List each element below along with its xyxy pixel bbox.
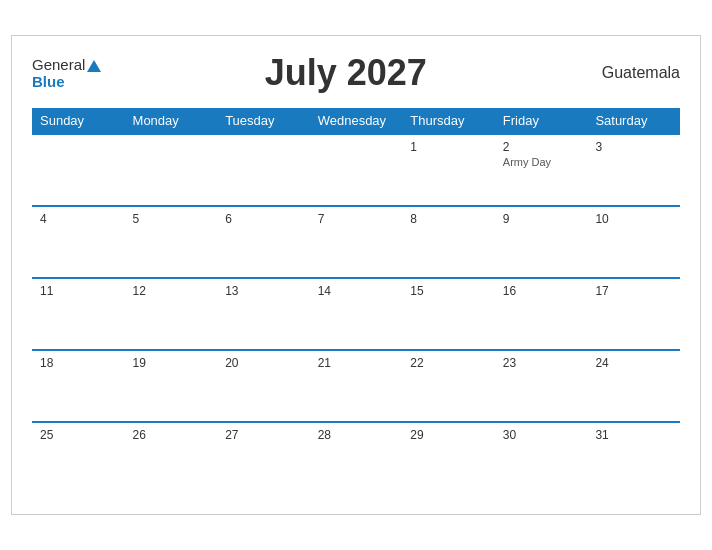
- calendar-day-cell: 23: [495, 350, 588, 422]
- calendar-day-cell: [32, 134, 125, 206]
- logo: General Blue: [32, 57, 101, 88]
- event-label: Army Day: [503, 156, 580, 168]
- calendar-day-cell: [125, 134, 218, 206]
- calendar-week-row: 11121314151617: [32, 278, 680, 350]
- calendar-day-cell: 1: [402, 134, 495, 206]
- calendar-week-row: 25262728293031: [32, 422, 680, 494]
- day-number: 29: [410, 428, 487, 442]
- calendar-day-cell: 22: [402, 350, 495, 422]
- calendar-day-cell: [217, 134, 310, 206]
- day-number: 15: [410, 284, 487, 298]
- calendar-day-cell: 7: [310, 206, 403, 278]
- calendar-table: Sunday Monday Tuesday Wednesday Thursday…: [32, 108, 680, 494]
- calendar-day-cell: 30: [495, 422, 588, 494]
- day-number: 24: [595, 356, 672, 370]
- day-number: 10: [595, 212, 672, 226]
- day-number: 23: [503, 356, 580, 370]
- calendar-week-row: 45678910: [32, 206, 680, 278]
- day-number: 11: [40, 284, 117, 298]
- calendar-day-cell: 21: [310, 350, 403, 422]
- calendar-day-cell: 19: [125, 350, 218, 422]
- day-number: 26: [133, 428, 210, 442]
- header-saturday: Saturday: [587, 108, 680, 134]
- calendar-day-cell: 4: [32, 206, 125, 278]
- header-thursday: Thursday: [402, 108, 495, 134]
- header-wednesday: Wednesday: [310, 108, 403, 134]
- day-number: 1: [410, 140, 487, 154]
- day-number: 3: [595, 140, 672, 154]
- country-label: Guatemala: [590, 64, 680, 82]
- calendar-day-cell: 26: [125, 422, 218, 494]
- day-number: 8: [410, 212, 487, 226]
- calendar-day-cell: 13: [217, 278, 310, 350]
- calendar-week-row: 12Army Day3: [32, 134, 680, 206]
- day-number: 2: [503, 140, 580, 154]
- day-number: 6: [225, 212, 302, 226]
- calendar-day-cell: 10: [587, 206, 680, 278]
- calendar-day-cell: 29: [402, 422, 495, 494]
- calendar-day-cell: 28: [310, 422, 403, 494]
- calendar-day-cell: 9: [495, 206, 588, 278]
- header-friday: Friday: [495, 108, 588, 134]
- logo-general-text: General: [32, 57, 101, 73]
- calendar-day-cell: 24: [587, 350, 680, 422]
- logo-triangle-icon: [87, 60, 101, 72]
- calendar-day-cell: 18: [32, 350, 125, 422]
- calendar-day-cell: 8: [402, 206, 495, 278]
- day-number: 13: [225, 284, 302, 298]
- header-monday: Monday: [125, 108, 218, 134]
- calendar-title: July 2027: [265, 52, 427, 94]
- calendar-day-cell: 3: [587, 134, 680, 206]
- calendar-week-row: 18192021222324: [32, 350, 680, 422]
- calendar-day-cell: [310, 134, 403, 206]
- header-sunday: Sunday: [32, 108, 125, 134]
- calendar-day-cell: 5: [125, 206, 218, 278]
- day-number: 22: [410, 356, 487, 370]
- day-number: 9: [503, 212, 580, 226]
- header-tuesday: Tuesday: [217, 108, 310, 134]
- calendar-day-cell: 14: [310, 278, 403, 350]
- day-number: 12: [133, 284, 210, 298]
- calendar-day-cell: 20: [217, 350, 310, 422]
- calendar-header: General Blue July 2027 Guatemala: [32, 52, 680, 94]
- calendar-day-cell: 31: [587, 422, 680, 494]
- weekday-header-row: Sunday Monday Tuesday Wednesday Thursday…: [32, 108, 680, 134]
- calendar-day-cell: 15: [402, 278, 495, 350]
- calendar-day-cell: 11: [32, 278, 125, 350]
- calendar-day-cell: 16: [495, 278, 588, 350]
- calendar-container: General Blue July 2027 Guatemala Sunday …: [11, 35, 701, 515]
- day-number: 27: [225, 428, 302, 442]
- calendar-day-cell: 6: [217, 206, 310, 278]
- calendar-day-cell: 25: [32, 422, 125, 494]
- day-number: 16: [503, 284, 580, 298]
- day-number: 19: [133, 356, 210, 370]
- day-number: 28: [318, 428, 395, 442]
- day-number: 17: [595, 284, 672, 298]
- day-number: 31: [595, 428, 672, 442]
- logo-blue-text: Blue: [32, 74, 101, 89]
- day-number: 30: [503, 428, 580, 442]
- day-number: 18: [40, 356, 117, 370]
- day-number: 5: [133, 212, 210, 226]
- calendar-day-cell: 12: [125, 278, 218, 350]
- day-number: 14: [318, 284, 395, 298]
- day-number: 20: [225, 356, 302, 370]
- day-number: 4: [40, 212, 117, 226]
- day-number: 7: [318, 212, 395, 226]
- calendar-day-cell: 2Army Day: [495, 134, 588, 206]
- calendar-day-cell: 17: [587, 278, 680, 350]
- day-number: 21: [318, 356, 395, 370]
- calendar-day-cell: 27: [217, 422, 310, 494]
- day-number: 25: [40, 428, 117, 442]
